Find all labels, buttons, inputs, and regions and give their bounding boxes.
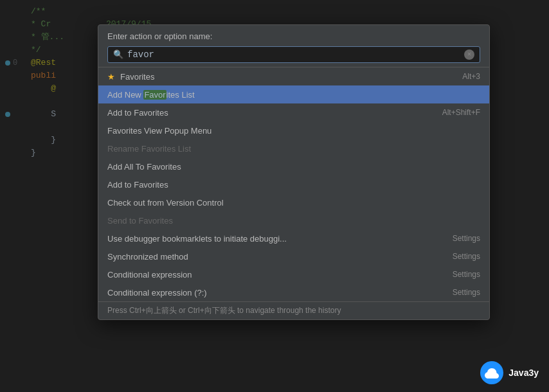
result-badge: Settings bbox=[453, 270, 480, 279]
result-add-to-favorites[interactable]: Add to Favorites Alt+Shift+F bbox=[98, 103, 489, 121]
result-label: Add New Favorites List bbox=[107, 90, 480, 100]
result-label: Rename Favorites List bbox=[107, 144, 480, 154]
result-label: Favorites View Popup Menu bbox=[107, 126, 480, 136]
action-dialog: Enter action or option name: 🔍 ✕ ★ Favor… bbox=[98, 24, 490, 320]
result-badge: Settings bbox=[453, 288, 480, 297]
results-list: ★ Favorites Alt+3 Add New Favorites List… bbox=[98, 67, 489, 301]
search-box[interactable]: 🔍 ✕ bbox=[107, 46, 480, 63]
result-label: Add to Favorites bbox=[107, 108, 437, 118]
dialog-footer: Press Ctrl+向上箭头 or Ctrl+向下箭头 to navigate… bbox=[98, 301, 489, 319]
result-badge: Settings bbox=[453, 234, 480, 243]
result-label: Conditional expression bbox=[107, 270, 453, 280]
dialog-header: Enter action or option name: 🔍 ✕ bbox=[98, 25, 489, 67]
result-add-new-favorites[interactable]: Add New Favorites List bbox=[98, 85, 489, 103]
clear-button[interactable]: ✕ bbox=[464, 49, 474, 60]
result-label: Add All To Favorites bbox=[107, 162, 480, 172]
result-label: Check out from Version Control bbox=[107, 198, 480, 208]
dialog-title: Enter action or option name: bbox=[107, 31, 480, 41]
footer-text: Press Ctrl+向上箭头 or Ctrl+向下箭头 to navigate… bbox=[107, 306, 341, 315]
watermark-text: Java3y bbox=[509, 368, 539, 378]
result-synchronized-method[interactable]: Synchronized method Settings bbox=[98, 247, 489, 265]
search-input[interactable] bbox=[127, 49, 464, 60]
result-badge: Settings bbox=[453, 252, 480, 261]
result-label: Send to Favorites bbox=[107, 216, 480, 226]
result-shortcut: Alt+Shift+F bbox=[442, 108, 480, 117]
watermark: Java3y bbox=[480, 361, 539, 384]
result-debugger-bookmarklets[interactable]: Use debugger bookmarklets to initiate de… bbox=[98, 229, 489, 247]
result-send-to-favorites: Send to Favorites bbox=[98, 211, 489, 229]
result-conditional-expression[interactable]: Conditional expression Settings bbox=[98, 265, 489, 283]
result-label: Use debugger bookmarklets to initiate de… bbox=[107, 234, 453, 244]
watermark-icon bbox=[480, 361, 503, 384]
result-add-to-fav[interactable]: Add to Favorites bbox=[98, 175, 489, 193]
result-label: Synchronized method bbox=[107, 252, 453, 262]
highlight: Favor bbox=[143, 90, 166, 100]
result-favorites-popup[interactable]: Favorites View Popup Menu bbox=[98, 121, 489, 139]
result-favorites[interactable]: ★ Favorites Alt+3 bbox=[98, 67, 489, 85]
result-checkout-vc[interactable]: Check out from Version Control bbox=[98, 193, 489, 211]
result-label: Favorites bbox=[120, 72, 457, 82]
search-icon: 🔍 bbox=[113, 49, 123, 60]
result-label: Add to Favorites bbox=[107, 180, 480, 190]
result-label: Conditional expression (?:) bbox=[107, 288, 453, 298]
result-conditional-expression-2[interactable]: Conditional expression (?:) Settings bbox=[98, 283, 489, 301]
result-rename-favorites: Rename Favorites List bbox=[98, 139, 489, 157]
result-add-all-favorites[interactable]: Add All To Favorites bbox=[98, 157, 489, 175]
result-shortcut: Alt+3 bbox=[462, 72, 480, 81]
star-icon: ★ bbox=[107, 72, 115, 82]
